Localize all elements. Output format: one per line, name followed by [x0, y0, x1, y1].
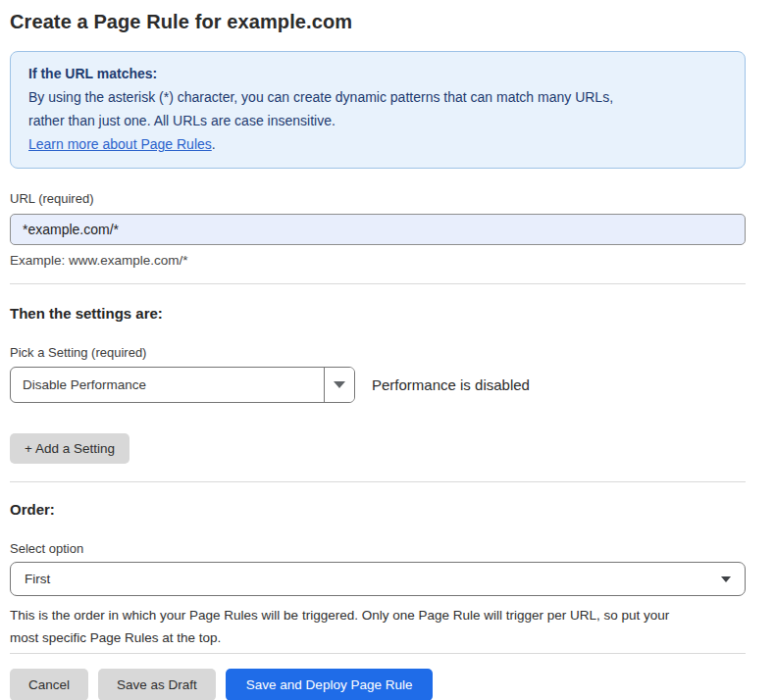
settings-section-heading: Then the settings are:	[10, 305, 755, 323]
save-and-deploy-button[interactable]: Save and Deploy Page Rule	[226, 669, 434, 700]
info-box-link-line: Learn more about Page Rules.	[28, 132, 727, 156]
order-select[interactable]: First	[10, 562, 746, 596]
url-input[interactable]	[10, 214, 746, 245]
info-box-body-line: rather than just one. All URLs are case …	[28, 109, 727, 132]
page-rule-form: Create a Page Rule for example.com If th…	[0, 0, 755, 700]
url-label: URL (required)	[10, 191, 755, 207]
setting-select[interactable]: Disable Performance	[10, 367, 355, 403]
setting-select-value: Disable Performance	[11, 368, 324, 402]
order-help-line: most specific Page Rules at the top.	[10, 626, 746, 649]
save-as-draft-button[interactable]: Save as Draft	[98, 669, 216, 700]
footer-actions: Cancel Save as Draft Save and Deploy Pag…	[10, 669, 755, 700]
cancel-button[interactable]: Cancel	[10, 669, 88, 700]
pick-setting-label: Pick a Setting (required)	[10, 345, 755, 361]
divider	[10, 653, 746, 654]
link-suffix: .	[212, 136, 216, 152]
order-section-heading: Order:	[10, 501, 755, 519]
setting-status-text: Performance is disabled	[372, 376, 530, 393]
select-caret-icon	[721, 576, 731, 582]
order-select-value: First	[25, 572, 50, 586]
order-help-line: This is the order in which your Page Rul…	[10, 604, 746, 626]
add-setting-button[interactable]: + Add a Setting	[10, 433, 129, 464]
divider	[10, 283, 746, 284]
info-box-heading: If the URL matches:	[28, 62, 727, 85]
url-example-text: Example: www.example.com/*	[10, 252, 755, 269]
divider	[10, 481, 746, 482]
setting-row: Disable Performance Performance is disab…	[10, 367, 755, 403]
page-title: Create a Page Rule for example.com	[10, 10, 755, 34]
learn-more-link[interactable]: Learn more about Page Rules	[28, 136, 212, 152]
dropdown-arrow-icon	[334, 381, 345, 388]
info-box-body-line: By using the asterisk (*) character, you…	[28, 85, 727, 109]
order-help-text: This is the order in which your Page Rul…	[10, 604, 746, 649]
order-select-label: Select option	[10, 541, 755, 557]
setting-select-arrow-button[interactable]	[324, 368, 354, 402]
url-match-info-box: If the URL matches: By using the asteris…	[10, 51, 746, 169]
